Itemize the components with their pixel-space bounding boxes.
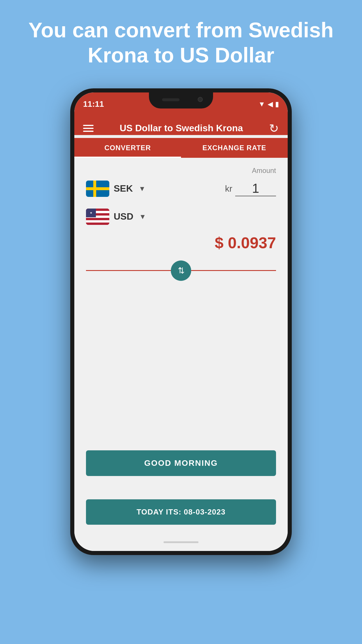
notch-sensor — [162, 98, 180, 101]
phone-mockup: 11:11 ▼ ◀ ▮ US Dollar to Swedis — [70, 88, 292, 599]
divider-right — [191, 270, 276, 271]
phone-screen: 11:11 ▼ ◀ ▮ US Dollar to Swedis — [74, 92, 288, 551]
battery-icon: ▮ — [275, 100, 279, 108]
result-amount: $ 0.0937 — [215, 234, 276, 252]
status-icons: ▼ ◀ ▮ — [258, 100, 279, 108]
app-title: US Dollar to Swedish Krona — [94, 123, 269, 134]
amount-label: Amount — [86, 167, 276, 175]
wifi-icon: ▼ — [258, 100, 265, 108]
from-currency-code: SEK — [114, 183, 133, 194]
from-currency-row: SEK ▼ kr — [86, 178, 276, 200]
status-time: 11:11 — [83, 99, 104, 109]
spacer2 — [86, 482, 276, 494]
flag-usa: ★ — [86, 209, 109, 225]
amount-input[interactable] — [235, 181, 276, 196]
notch — [149, 92, 213, 108]
phone-shell: 11:11 ▼ ◀ ▮ US Dollar to Swedis — [70, 88, 292, 555]
divider-row: ⇅ — [86, 260, 276, 281]
flag-sweden — [86, 181, 109, 197]
headline: You can convert from Swedish Krona to US… — [0, 0, 362, 83]
notch-camera — [198, 97, 203, 102]
tab-converter[interactable]: CONVERTER — [74, 138, 181, 158]
to-currency-code: USD — [114, 211, 133, 222]
to-currency-dropdown[interactable]: ▼ — [139, 213, 146, 221]
date-button[interactable]: TODAY ITS: 08-03-2023 — [86, 499, 276, 525]
divider-left — [86, 270, 171, 271]
spacer — [86, 290, 276, 439]
amount-section: kr — [225, 181, 276, 196]
tab-bar: CONVERTER EXCHANGE RATE — [74, 138, 288, 158]
home-indicator — [164, 541, 198, 543]
status-bar: 11:11 ▼ ◀ ▮ — [74, 92, 288, 116]
result-row: $ 0.0937 — [86, 234, 276, 252]
us-flag-canton: ★ — [86, 209, 96, 217]
phone-bottom — [74, 533, 288, 551]
greeting-button[interactable]: GOOD MORNING — [86, 450, 276, 476]
from-symbol: kr — [225, 184, 232, 194]
main-content: Amount SEK ▼ kr — [74, 158, 288, 533]
hamburger-button[interactable] — [83, 125, 94, 132]
refresh-icon[interactable]: ↻ — [269, 122, 279, 135]
signal-icon: ◀ — [268, 100, 273, 108]
app-header: US Dollar to Swedish Krona ↻ — [74, 116, 288, 135]
to-currency-row: ★ USD ▼ — [86, 206, 276, 228]
from-currency-dropdown[interactable]: ▼ — [139, 185, 146, 193]
swap-button[interactable]: ⇅ — [171, 260, 191, 281]
tab-exchange-rate[interactable]: EXCHANGE RATE — [181, 138, 288, 158]
us-flag-star: ★ — [90, 211, 92, 214]
